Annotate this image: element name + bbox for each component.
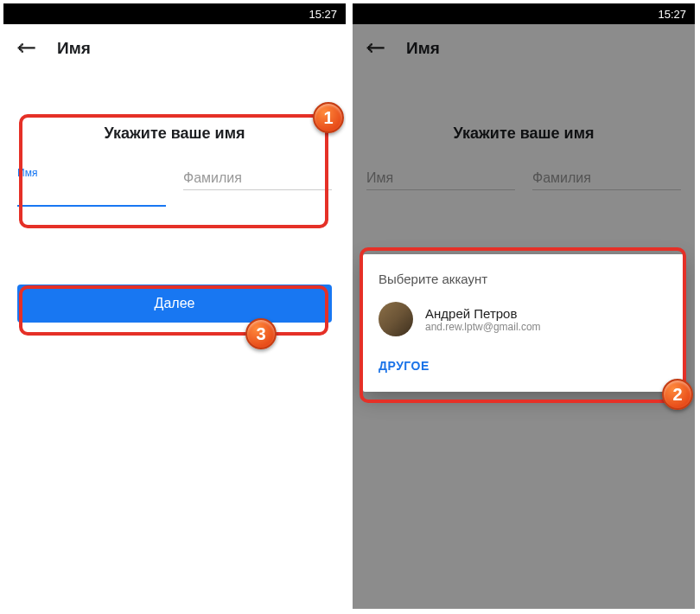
first-name-label: Имя	[17, 167, 166, 179]
last-name-placeholder: Фамилия	[532, 167, 681, 190]
account-info: Андрей Петров and.rew.lptw@gmail.com	[425, 306, 541, 333]
last-name-field[interactable]: Фамилия	[532, 167, 681, 190]
app-bar: 🡐 Имя	[3, 24, 346, 73]
page-title: Имя	[406, 39, 440, 58]
form-heading: Укажите ваше имя	[366, 125, 681, 143]
avatar	[379, 302, 413, 336]
name-fields-row: Имя Фамилия	[17, 167, 332, 207]
form-heading: Укажите ваше имя	[17, 125, 332, 143]
modal-title: Выберите аккаунт	[379, 272, 669, 286]
first-name-field[interactable]: Имя	[366, 167, 515, 190]
phone-right: 15:27 🡐 Имя Укажите ваше имя Имя Фамилия…	[353, 3, 695, 609]
status-bar: 15:27	[353, 3, 695, 24]
account-row[interactable]: Андрей Петров and.rew.lptw@gmail.com	[379, 302, 669, 336]
account-chooser-modal: Выберите аккаунт Андрей Петров and.rew.l…	[363, 254, 684, 392]
name-fields-row: Имя Фамилия	[366, 167, 681, 190]
last-name-placeholder: Фамилия	[183, 167, 332, 190]
callout-badge-2: 2	[662, 379, 693, 410]
first-name-field[interactable]: Имя	[17, 167, 166, 207]
account-email: and.rew.lptw@gmail.com	[425, 321, 541, 333]
account-name: Андрей Петров	[425, 306, 541, 321]
status-time: 15:27	[658, 8, 686, 21]
status-bar: 15:27	[3, 3, 346, 24]
last-name-field[interactable]: Фамилия	[183, 167, 332, 207]
callout-badge-1: 1	[313, 102, 344, 133]
next-button[interactable]: Далее	[17, 285, 332, 323]
back-icon[interactable]: 🡐	[366, 37, 385, 60]
phone-left: 15:27 🡐 Имя Укажите ваше имя Имя Фамилия…	[3, 3, 346, 609]
status-time: 15:27	[309, 8, 337, 21]
app-bar: 🡐 Имя	[353, 24, 695, 73]
page-title: Имя	[57, 39, 91, 58]
content-area: Укажите ваше имя Имя Фамилия	[3, 125, 346, 207]
content-area: Укажите ваше имя Имя Фамилия	[353, 125, 695, 190]
back-icon[interactable]: 🡐	[17, 37, 36, 60]
first-name-placeholder: Имя	[366, 167, 515, 190]
callout-badge-3: 3	[245, 318, 277, 349]
other-account-button[interactable]: ДРУГОЕ	[379, 352, 669, 380]
first-name-input[interactable]	[17, 182, 166, 207]
